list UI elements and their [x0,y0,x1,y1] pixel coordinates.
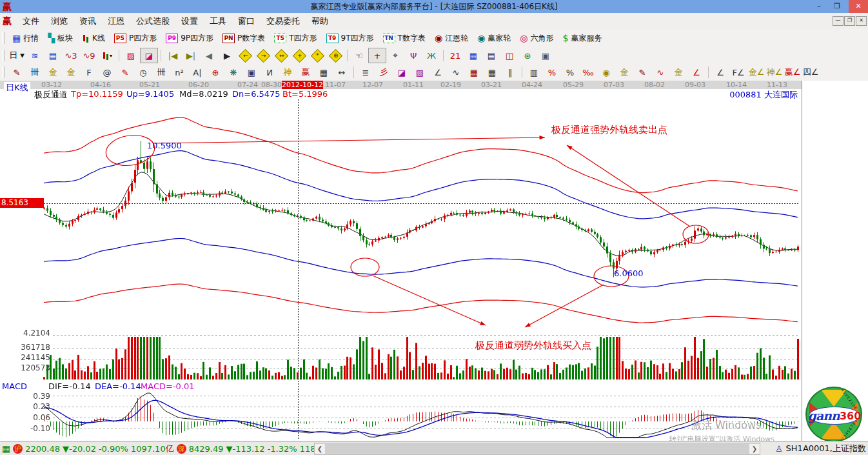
kline-button[interactable]: K线 [77,32,110,45]
circle-cross-icon[interactable]: ⊕ [206,65,224,80]
menu-item-6[interactable]: 工具 [204,14,232,29]
hexagon-button[interactable]: ◎六角形 [515,32,558,45]
region-map-icon[interactable]: ▨ [122,48,140,63]
crosshair-icon[interactable]: + [368,48,386,63]
grid-123-icon[interactable]: ▦ [315,65,333,80]
remote-pc-icon[interactable]: ▣ [537,48,555,63]
gold-angle-icon[interactable]: 金∠ [747,65,765,80]
calendar-21-icon[interactable]: 21 [446,48,464,63]
parallel-lines-icon[interactable]: ∥ [501,65,519,80]
time-clock-icon[interactable]: ◷ [134,65,152,80]
scroll-thumb[interactable] [325,444,749,454]
menu-item-8[interactable]: 交易委托 [261,14,306,29]
j-angle-icon[interactable]: ∠ [687,65,705,80]
gold-line-icon[interactable]: 金 [669,65,687,80]
notepad-icon[interactable]: ▤ [482,48,500,63]
angle-line-icon[interactable]: ∠ [429,65,447,80]
permille-line-icon[interactable]: ‰ [579,65,597,80]
first-page-icon[interactable]: |◀ [164,48,182,63]
winner-wheel-button[interactable]: ◉赢家轮 [473,32,515,45]
page-prev-icon[interactable]: ◀ [200,48,218,63]
win-angle-icon[interactable]: 赢∠ [784,65,802,80]
chart-horizontal-scrollbar[interactable]: ❮ ❯ [314,443,760,455]
center-diamond-icon[interactable]: * [308,48,326,63]
spiral-tool-icon[interactable]: @ [98,65,116,80]
grid-black-icon[interactable]: ▦ [483,65,501,80]
fan-box-1-icon[interactable]: ◪ [393,65,411,80]
n-square-icon[interactable]: n² [170,65,188,80]
fan-lines-icon[interactable]: 彡 [375,65,393,80]
gold-circle-icon[interactable]: ◉ [597,65,615,80]
four-angle-icon[interactable]: 四∠ [802,65,820,80]
shenzhen-index-icon[interactable]: 深 [177,444,186,454]
p-square-button[interactable]: PSP四方形 [110,32,161,45]
up-angle-icon[interactable]: ∠ [711,65,729,80]
time-ruler-icon[interactable]: 卌 [26,65,44,80]
volume-profile-icon[interactable]: ◪ [140,48,158,63]
page-next-icon[interactable]: ▶ [218,48,236,63]
mdi-restore-button[interactable]: ❐ [844,16,855,26]
f-angle-icon[interactable]: F∠ [729,65,747,80]
winner-service-button[interactable]: $赢家服务 [558,32,607,45]
overlay-chart-icon[interactable]: ≋ [26,48,44,63]
shen-tool-icon[interactable]: 神 [279,65,297,80]
window-restore-button[interactable]: ❐ [829,0,845,13]
draw-knife-icon[interactable]: ✎ [8,65,26,80]
menu-item-2[interactable]: 资讯 [74,14,102,29]
percent-slope-icon[interactable]: % [543,65,561,80]
scale-bars-icon[interactable]: ▥ [525,65,543,80]
fibonacci-ruler-icon[interactable]: F [80,65,98,80]
shanghai-index-icon[interactable]: 沪 [13,444,23,454]
mdi-close-button[interactable]: ✕ [856,16,867,26]
mdi-minimize-button[interactable]: — [833,16,843,26]
pen-tool-icon[interactable]: ✎ [633,65,651,80]
cycle-ruler-icon[interactable]: 卌 [152,65,170,80]
quotes-button[interactable]: ▦行情 [8,32,43,45]
web-globe-icon[interactable]: ⊛ [518,48,537,63]
menu-item-1[interactable]: 浏览 [45,14,74,29]
period-day-dropdown-icon[interactable]: 日 ▾ [8,48,26,63]
percent-icon[interactable]: % [561,65,579,80]
menu-item-9[interactable]: 帮助 [306,14,334,29]
drag-hand-icon[interactable]: ☜ [350,48,368,63]
t-number-table-button[interactable]: TNT数字表 [379,32,430,45]
a-wave-icon[interactable]: ∿ [651,65,669,80]
last-page-icon[interactable]: ▶| [182,48,200,63]
gann-tool-icon[interactable]: Ψ [404,48,422,63]
wave-mark-icon[interactable]: И [261,65,279,80]
scroll-left-arrow[interactable]: ❮ [315,444,325,454]
calculator-icon[interactable]: ▦ [464,48,482,63]
span-arrows-icon[interactable]: ↔ [333,65,351,80]
menu-item-3[interactable]: 江恩 [102,14,130,29]
expand-diamond-icon[interactable]: ↔ [272,48,290,63]
scroll-right-arrow[interactable]: ❯ [749,444,760,454]
gold-ruler-2-icon[interactable]: 金 [62,65,80,80]
t9-square-button[interactable]: T99T四方形 [322,32,379,45]
save-icon[interactable]: ◫ [500,48,518,63]
reset-diamond-icon[interactable]: ⊕ [326,48,344,63]
sectors-button[interactable]: ▚板块 [43,32,77,45]
compress-diamond-icon[interactable]: + [290,48,308,63]
p9-square-button[interactable]: P99P四方形 [161,32,218,45]
f10-info-icon[interactable]: ▤ [44,48,62,63]
window-close-button[interactable]: ✕ [849,0,868,13]
t-square-button[interactable]: TST四方形 [270,32,321,45]
menu-item-4[interactable]: 公式选股 [130,14,175,29]
zoom-in-right-diamond-icon[interactable]: → [254,48,272,63]
wave-3-icon[interactable]: ∿3 [62,48,80,63]
gann-wheel-button[interactable]: ◉江恩轮 [430,32,473,45]
zoom-out-left-diamond-icon[interactable]: ← [236,48,254,63]
fractal-tool-icon[interactable]: Ж [422,48,440,63]
menu-item-7[interactable]: 窗口 [232,14,261,29]
shen-angle-icon[interactable]: 神∠ [765,65,784,80]
window-minimize-button[interactable]: – [811,0,827,13]
grid-red-icon[interactable]: ▦ [465,65,483,80]
zigzag-icon[interactable]: ∿ [447,65,465,80]
square-target-icon[interactable]: ▣ [242,65,261,80]
gold-ruler-1-icon[interactable]: 金 [44,65,62,80]
candle-style-dropdown-icon[interactable]: ▾ [98,48,116,63]
measure-line-icon[interactable]: ⌖ [386,48,404,63]
kline-chart-area[interactable]: 2012-10-12 03-1204-1605-2106-2007-2408-3… [0,81,802,441]
menu-item-5[interactable]: 设置 [175,14,204,29]
win-tool-icon[interactable]: 赢 [297,65,315,80]
